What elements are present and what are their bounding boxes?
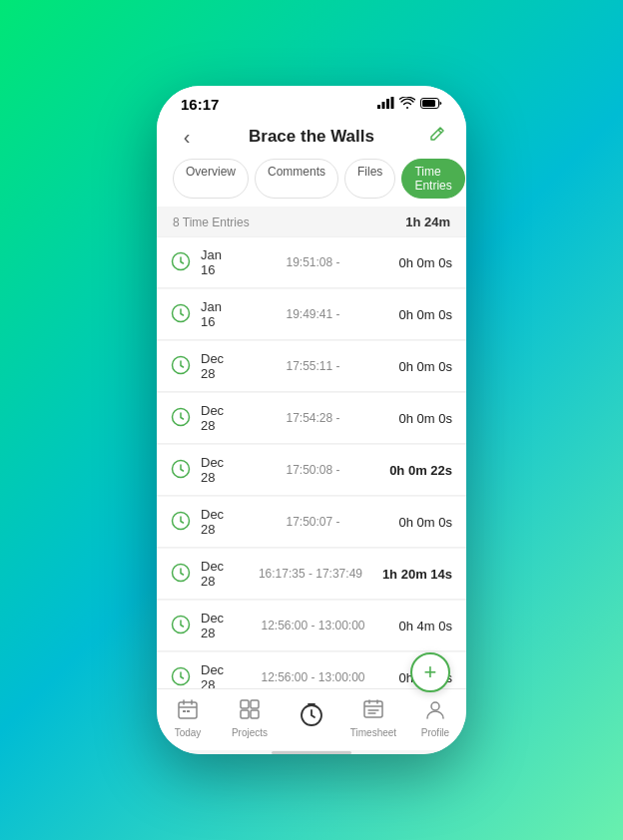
- entry-time-range: 12:56:00 - 13:00:00: [239, 619, 387, 632]
- tab-overview[interactable]: Overview: [173, 159, 249, 199]
- entry-date: Dec 28: [201, 455, 239, 485]
- nav-item-today[interactable]: Today: [163, 698, 213, 738]
- entry-date: Jan 16: [201, 299, 239, 329]
- entry-date: Dec 28: [201, 611, 239, 640]
- svg-rect-1: [382, 102, 385, 109]
- table-row[interactable]: Dec 28 17:50:07 - 0h 0m 0s: [157, 497, 466, 548]
- signal-icon: [377, 97, 394, 112]
- table-row[interactable]: Dec 28 12:56:00 - 13:00:00 0h 4m 0s: [157, 601, 466, 651]
- page-title: Brace the Walls: [201, 127, 422, 147]
- entry-time-range: 16:17:35 - 17:37:49: [239, 567, 382, 581]
- entries-count: 8 Time Entries: [173, 215, 250, 229]
- wifi-icon: [399, 97, 415, 112]
- entry-date: Dec 28: [201, 559, 239, 589]
- entry-date: Dec 28: [201, 403, 239, 433]
- entry-duration: 0h 0m 0s: [387, 411, 452, 426]
- entry-duration: 0h 0m 0s: [387, 307, 452, 322]
- today-icon: [177, 698, 199, 725]
- phone-shell: 16:17: [157, 86, 466, 754]
- tab-files[interactable]: Files: [344, 159, 395, 199]
- entry-duration: 0h 0m 0s: [387, 515, 452, 530]
- svg-rect-18: [241, 700, 249, 708]
- entries-list: Jan 16 19:51:08 - 0h 0m 0s Jan 16 19:49:…: [157, 236, 466, 688]
- table-row[interactable]: Jan 16 19:49:41 - 0h 0m 0s: [157, 289, 466, 340]
- table-row[interactable]: Dec 28 17:54:28 - 0h 0m 0s: [157, 393, 466, 444]
- entry-time-range: 17:54:28 -: [239, 411, 387, 425]
- nav-item-timesheet[interactable]: Timesheet: [348, 698, 398, 738]
- entry-time-range: 19:49:41 -: [239, 307, 387, 321]
- clock-icon: [171, 355, 193, 377]
- table-row[interactable]: Dec 28 17:55:11 - 0h 0m 0s: [157, 341, 466, 392]
- svg-rect-20: [241, 710, 249, 718]
- nav-label-timesheet: Timesheet: [350, 727, 396, 738]
- entry-time-range: 17:50:07 -: [239, 515, 387, 529]
- entry-time-range: 17:55:11 -: [239, 359, 387, 373]
- entry-time-range: 19:51:08 -: [239, 255, 387, 269]
- entry-duration: 0h 0m 0s: [387, 255, 452, 270]
- plus-icon: +: [424, 661, 437, 683]
- nav-item-timer[interactable]: [287, 701, 336, 734]
- entry-duration: 0h 0m 0s: [387, 359, 452, 374]
- add-entry-button[interactable]: +: [410, 652, 450, 692]
- svg-rect-21: [251, 710, 259, 718]
- entry-date: Dec 28: [201, 507, 239, 537]
- battery-icon: [420, 98, 442, 112]
- entry-time-range: 12:56:00 - 13:00:00: [239, 670, 387, 684]
- clock-icon: [171, 666, 193, 688]
- nav-label-today: Today: [175, 727, 202, 738]
- clock-icon: [171, 511, 193, 533]
- table-row[interactable]: Jan 16 19:51:08 - 0h 0m 0s: [157, 236, 466, 288]
- svg-rect-2: [386, 99, 389, 109]
- entry-duration: 1h 20m 14s: [382, 567, 452, 582]
- tab-comments[interactable]: Comments: [255, 159, 338, 199]
- content-area: 8 Time Entries 1h 24m Jan 16 19:51:08 - …: [157, 207, 466, 688]
- edit-icon: [427, 126, 445, 149]
- svg-point-24: [431, 702, 439, 710]
- entry-time-range: 17:50:08 -: [239, 463, 387, 477]
- entries-header: 8 Time Entries 1h 24m: [157, 207, 466, 235]
- svg-rect-23: [364, 701, 382, 717]
- entry-duration: 0h 0m 22s: [387, 463, 452, 478]
- nav-label-projects: Projects: [232, 727, 268, 738]
- profile-icon: [424, 698, 446, 725]
- projects-icon: [239, 698, 261, 725]
- nav-label-profile: Profile: [421, 727, 449, 738]
- svg-rect-19: [251, 700, 259, 708]
- edit-button[interactable]: [422, 123, 450, 151]
- svg-rect-5: [422, 100, 435, 107]
- svg-rect-3: [391, 97, 394, 109]
- svg-rect-17: [187, 710, 190, 712]
- clock-icon: [171, 251, 193, 273]
- svg-rect-0: [377, 105, 380, 109]
- nav-item-projects[interactable]: Projects: [225, 698, 275, 738]
- clock-icon: [171, 459, 193, 481]
- timesheet-icon: [362, 698, 384, 725]
- tab-bar: Overview Comments Files Time Entries: [157, 159, 466, 207]
- entries-total: 1h 24m: [405, 214, 450, 229]
- tab-time-entries[interactable]: Time Entries: [401, 159, 464, 199]
- entry-date: Jan 16: [201, 247, 239, 277]
- header: ‹ Brace the Walls: [157, 119, 466, 159]
- table-row[interactable]: Dec 28 17:50:08 - 0h 0m 22s: [157, 445, 466, 496]
- back-chevron-icon: ‹: [184, 126, 191, 149]
- timer-icon: [299, 701, 324, 732]
- status-time: 16:17: [181, 96, 219, 113]
- fab-container: +: [410, 652, 450, 692]
- entry-duration: 0h 4m 0s: [387, 619, 452, 633]
- back-button[interactable]: ‹: [173, 123, 201, 151]
- nav-item-profile[interactable]: Profile: [410, 698, 460, 738]
- status-bar: 16:17: [157, 86, 466, 119]
- status-icons: [377, 97, 442, 112]
- table-row[interactable]: Dec 28 16:17:35 - 17:37:49 1h 20m 14s: [157, 549, 466, 600]
- entry-date: Dec 28: [201, 351, 239, 381]
- home-indicator: [157, 750, 466, 754]
- clock-icon: [171, 615, 193, 636]
- bottom-nav: Today Projects: [157, 688, 466, 750]
- clock-icon: [171, 407, 193, 429]
- svg-rect-16: [183, 710, 186, 712]
- entry-date: Dec 28: [201, 662, 239, 688]
- clock-icon: [171, 303, 193, 325]
- clock-icon: [171, 563, 193, 585]
- home-bar: [272, 751, 351, 754]
